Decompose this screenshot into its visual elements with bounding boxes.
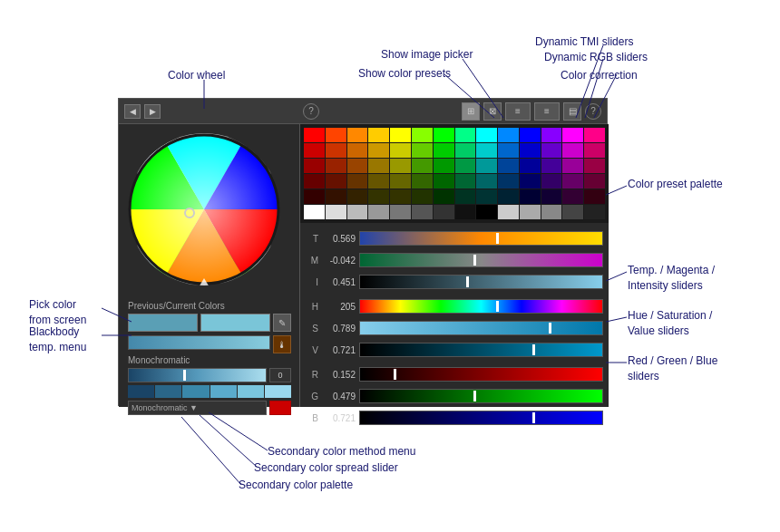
color-wheel-container[interactable] — [128, 133, 280, 285]
slider-thumb-g[interactable] — [473, 391, 476, 401]
preset-cell[interactable] — [541, 189, 562, 204]
preset-cell[interactable] — [520, 205, 541, 219]
preset-cell[interactable] — [412, 174, 433, 189]
preset-cell[interactable] — [390, 205, 411, 219]
preset-cell[interactable] — [584, 174, 605, 189]
slider-thumb-r[interactable] — [394, 369, 396, 380]
color-correction-btn[interactable]: ▤ — [563, 102, 581, 121]
current-color-swatch[interactable] — [200, 314, 270, 332]
pick-color-btn[interactable]: ✎ — [273, 314, 291, 332]
preset-cell[interactable] — [584, 159, 605, 173]
slider-track-v[interactable] — [359, 343, 603, 357]
slider-thumb-i[interactable] — [466, 276, 469, 287]
preset-cell[interactable] — [455, 159, 476, 173]
preset-cell[interactable] — [304, 159, 325, 173]
preset-cell[interactable] — [434, 205, 454, 219]
preset-cell[interactable] — [476, 128, 497, 142]
palette-cell-5[interactable] — [238, 385, 264, 398]
preset-cell[interactable] — [562, 205, 583, 219]
preset-cell[interactable] — [541, 128, 562, 142]
slider-thumb-b[interactable] — [532, 412, 535, 423]
preset-cell[interactable] — [455, 143, 476, 158]
preset-cell[interactable] — [541, 205, 562, 219]
preset-cell[interactable] — [476, 205, 497, 219]
preset-cell[interactable] — [368, 143, 389, 158]
slider-thumb-v[interactable] — [532, 344, 535, 355]
preset-cell[interactable] — [412, 205, 433, 219]
preset-cell[interactable] — [390, 189, 411, 204]
dynamic-rgb-btn[interactable]: ≡ — [534, 102, 560, 121]
preset-cell[interactable] — [304, 143, 325, 158]
preset-cell[interactable] — [562, 128, 583, 142]
slider-track-i[interactable] — [359, 275, 603, 289]
preset-cell[interactable] — [541, 174, 562, 189]
preset-cell[interactable] — [347, 205, 368, 219]
slider-track-t[interactable] — [359, 231, 603, 246]
preset-cell[interactable] — [347, 189, 368, 204]
help-button[interactable]: ? — [585, 103, 601, 120]
slider-track-m[interactable] — [359, 253, 603, 267]
forward-button[interactable]: ▶ — [144, 104, 161, 119]
slider-track-r[interactable] — [359, 367, 603, 382]
preset-cell[interactable] — [390, 128, 411, 142]
preset-cell[interactable] — [584, 143, 605, 158]
preset-cell[interactable] — [520, 143, 541, 158]
preset-cell[interactable] — [434, 143, 454, 158]
preset-cell[interactable] — [476, 174, 497, 189]
preset-cell[interactable] — [434, 189, 454, 204]
slider-thumb-s[interactable] — [549, 323, 551, 334]
preset-cell[interactable] — [520, 159, 541, 173]
preset-cell[interactable] — [368, 128, 389, 142]
method-dropdown[interactable]: Monochromatic ▼ — [128, 401, 267, 415]
preset-cell[interactable] — [434, 128, 454, 142]
preset-cell[interactable] — [412, 128, 433, 142]
preset-cell[interactable] — [455, 174, 476, 189]
slider-track-b[interactable] — [359, 411, 603, 425]
slider-track-s[interactable] — [359, 321, 603, 335]
preset-cell[interactable] — [412, 143, 433, 158]
preset-cell[interactable] — [390, 143, 411, 158]
palette-cell-3[interactable] — [182, 385, 209, 398]
preset-cell[interactable] — [304, 189, 325, 204]
show-image-btn[interactable]: ⊠ — [483, 102, 502, 121]
preset-cell[interactable] — [476, 159, 497, 173]
preset-cell[interactable] — [347, 128, 368, 142]
preset-cell[interactable] — [347, 159, 368, 173]
preset-cell[interactable] — [326, 189, 346, 204]
slider-track-g[interactable] — [359, 389, 603, 403]
previous-color-swatch[interactable] — [128, 314, 198, 332]
preset-cell[interactable] — [455, 189, 476, 204]
info-button[interactable]: ? — [303, 103, 319, 120]
preset-cell[interactable] — [434, 159, 454, 173]
color-wheel[interactable] — [128, 133, 280, 285]
preset-cell[interactable] — [562, 174, 583, 189]
preset-cell[interactable] — [498, 189, 519, 204]
preset-cell[interactable] — [498, 174, 519, 189]
preset-cell[interactable] — [326, 143, 346, 158]
show-presets-btn[interactable]: ⊞ — [462, 102, 480, 121]
preset-cell[interactable] — [562, 159, 583, 173]
dynamic-tmi-btn[interactable]: ≡ — [505, 102, 531, 121]
preset-cell[interactable] — [368, 174, 389, 189]
preset-cell[interactable] — [412, 189, 433, 204]
preset-cell[interactable] — [390, 159, 411, 173]
preset-cell[interactable] — [584, 189, 605, 204]
preset-cell[interactable] — [368, 205, 389, 219]
slider-thumb-t[interactable] — [496, 233, 499, 244]
preset-cell[interactable] — [326, 159, 346, 173]
preset-cell[interactable] — [412, 159, 433, 173]
palette-cell-2[interactable] — [155, 385, 181, 398]
preset-cell[interactable] — [455, 128, 476, 142]
preset-cell[interactable] — [498, 128, 519, 142]
preset-cell[interactable] — [368, 159, 389, 173]
preset-cell[interactable] — [347, 143, 368, 158]
preset-cell[interactable] — [368, 189, 389, 204]
preset-cell[interactable] — [562, 189, 583, 204]
palette-cell-6[interactable] — [265, 385, 291, 398]
preset-cell[interactable] — [326, 174, 346, 189]
slider-thumb-m[interactable] — [473, 255, 476, 266]
back-button[interactable]: ◀ — [124, 104, 141, 119]
preset-cell[interactable] — [584, 128, 605, 142]
slider-thumb-h[interactable] — [496, 301, 499, 312]
preset-cell[interactable] — [520, 189, 541, 204]
